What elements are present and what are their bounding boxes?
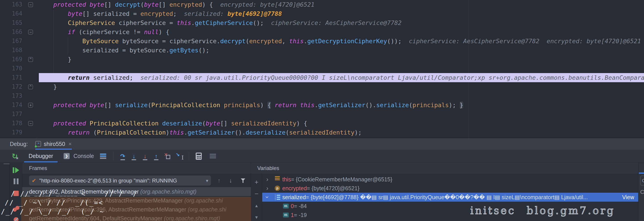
plus-icon: + [254,179,259,186]
editor-line[interactable]: 173 [0,91,644,100]
layout-settings-button[interactable] [98,150,108,162]
watches-toolbar: + − ▲ ▼ [251,174,262,221]
line-number: 163 [0,0,22,9]
editor-line[interactable]: 168 serialized = byteSource.getBytes(); [0,46,644,55]
code-text: return serialized; serialized: 00 sr jav… [39,73,644,82]
watermark-pattern: / // / / < // / / [1,190,138,198]
editor-line[interactable]: 178− protected PrincipalCollection deser… [0,119,644,128]
view-value-link[interactable]: View [622,194,634,201]
remove-watch-button[interactable]: − [251,191,262,197]
chevron-right-icon[interactable]: › [262,185,272,192]
fold-marker-icon[interactable]: ^ [28,84,33,89]
pause-button[interactable] [10,178,22,185]
previous-frame-button[interactable]: ↑ [218,176,220,186]
tab-debugger[interactable]: Debugger [24,150,58,162]
editor-line[interactable]: 164 byte[] serialized = encrypted; seria… [0,9,644,18]
run-to-cursor-button[interactable]: ↘I [174,150,185,162]
editor-line[interactable]: 172^ } [0,82,644,91]
editor-gutter[interactable]: 177 [0,110,39,119]
force-step-into-icon: ↓ [144,154,146,158]
line-number: 169 [0,55,22,64]
debugger-tab-label: Debugger [28,153,53,159]
editor-gutter[interactable]: 179 [0,128,39,137]
fold-marker-icon[interactable]: ^ [28,57,33,62]
evaluate-expression-button[interactable] [193,150,204,162]
fold-marker-icon[interactable]: − [28,2,33,7]
editor-gutter[interactable]: 164 [0,9,39,18]
line-number: 170 [0,64,22,73]
fold-marker-icon[interactable]: − [28,30,33,34]
editor-line[interactable]: 165 CipherService cipherService = this.g… [0,18,644,27]
toolbar-separator [189,152,189,160]
add-watch-button[interactable]: + [251,179,262,186]
line-number: 166 [0,27,22,36]
resume-button[interactable] [10,167,22,173]
layout-icon [100,154,106,155]
tab-console[interactable]: Console [72,150,96,162]
editor-gutter[interactable]: 169^ [0,55,39,64]
editor-gutter[interactable]: 165 [0,18,39,27]
line-number: 172 [0,82,22,91]
editor-line[interactable]: 170 [0,64,644,73]
code-editor[interactable]: 163− protected byte[] decrypt(byte[] enc… [0,0,644,138]
resume-icon [13,167,19,173]
rerun-button[interactable]: ↻ [10,150,20,162]
chevron-right-icon[interactable]: › [262,176,272,183]
code-text: ByteSource byteSource = cipherService.de… [39,36,644,46]
step-out-button[interactable]: ↑ [151,150,161,162]
move-watch-up-button[interactable]: ▲ [251,203,262,209]
active-tab-underline [639,173,644,174]
ide-window: 163− protected byte[] decrypt(byte[] enc… [0,0,644,221]
variable-value: = -84 [294,203,307,210]
current-execution-line[interactable]: 171 return serialized; serialized: 00 sr… [0,73,644,82]
next-frame-button[interactable]: ↓ [229,176,232,186]
editor-line[interactable]: 174+ protected byte[] serialize(Principa… [0,100,644,110]
editor-gutter[interactable]: 167 [0,36,39,46]
drop-frame-button[interactable]: ✕ [162,150,172,162]
editor-line[interactable]: 169^ } [0,55,644,64]
move-watch-down-button[interactable]: ▼ [251,215,262,220]
line-number: 177 [0,110,22,119]
trace-settings-button[interactable] [208,150,218,162]
editor-line[interactable]: 167 ByteSource byteSource = cipherServic… [0,36,644,46]
force-step-into-button[interactable]: ↓ [140,150,150,162]
fold-marker-icon[interactable]: − [28,121,33,126]
watermark-pattern: /_/ /_/ \_/ /_/ (_/ ~ [1,208,104,216]
step-into-button[interactable]: ↓ [129,150,139,162]
variable-row[interactable]: ›123serialized = {byte[4692]@7788} ��▤ s… [262,193,638,202]
chevron-down-icon: ▾ [206,178,208,183]
editor-line[interactable]: 166− if (cipherService != null) { [0,27,644,36]
line-number: 173 [0,91,22,100]
hide-frames-filter-button[interactable] [240,176,246,186]
debug-toolbar: ↻ Debugger ❯ Console ↷ ↓ ↓ ↑ ✕ [0,150,644,163]
line-number: 171 [0,73,22,82]
variable-row[interactable]: ›this = {CookieRememberMeManager@6515} [262,175,638,184]
variable-value: = {byte[4720]@6521} [307,185,360,192]
editor-line[interactable]: 179 return (PrincipalCollection)this.get… [0,128,644,137]
editor-line[interactable]: 177 [0,110,644,119]
mute-breakpoints-button[interactable] [10,217,22,221]
run-config-tab-shiro550[interactable]: ➝ shiro550 ✕ [35,138,72,150]
editor-gutter[interactable]: 166− [0,27,39,36]
debug-content: Frames ✔ "http-nio-8080-exec-2"@6,513 in… [0,163,644,221]
editor-gutter[interactable]: 163− [0,0,39,9]
primitive-value-icon: 01 [283,213,289,218]
close-icon[interactable]: ✕ [68,142,72,147]
editor-gutter[interactable]: 168 [0,46,39,55]
variable-row[interactable]: ›pencrypted = {byte[4720]@6521} [262,184,638,193]
fold-marker-icon[interactable]: + [28,103,33,108]
editor-gutter[interactable]: 172^ [0,82,39,91]
editor-gutter[interactable]: 173 [0,91,39,100]
editor-gutter[interactable]: 171 [0,73,39,82]
thread-selector[interactable]: ✔ "http-nio-8080-exec-2"@6,513 in group … [29,176,211,186]
editor-gutter[interactable]: 174+ [0,100,39,110]
chevron-down-icon[interactable]: › [264,193,271,202]
code-text: protected byte[] decrypt(byte[] encrypte… [39,0,644,9]
variables-header: Variables [251,163,638,174]
primitive-value-icon: 01 [283,204,289,209]
editor-gutter[interactable]: 170 [0,64,39,73]
panel-resize-handle[interactable] [4,164,10,164]
editor-line[interactable]: 163− protected byte[] decrypt(byte[] enc… [0,0,644,9]
editor-gutter[interactable]: 178− [0,119,39,128]
step-over-button[interactable]: ↷ [118,150,128,162]
